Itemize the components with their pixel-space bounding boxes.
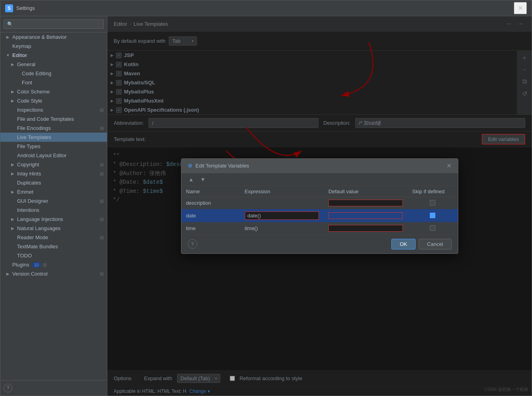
skip-checkbox-checked[interactable] — [430, 213, 435, 218]
arrow-icon: ▶ — [10, 162, 15, 168]
arrow-spacer — [10, 208, 15, 213]
skip-checkbox[interactable] — [430, 200, 435, 206]
sidebar-item-code-editing[interactable]: Code Editing — [0, 69, 107, 78]
col-header-name: Name — [181, 186, 240, 197]
sidebar-item-copyright[interactable]: ▶ Copyright ⊞ — [0, 160, 107, 169]
sidebar-item-label: Intentions — [17, 207, 39, 213]
arrow-spacer — [15, 71, 20, 76]
sidebar-tree: ▶ Appearance & Behavior Keymap ▼ Editor … — [0, 32, 107, 380]
skip-checkbox[interactable] — [430, 225, 435, 231]
dialog-footer-right: OK Cancel — [391, 239, 451, 249]
sidebar-item-plugins[interactable]: Plugins 10 ⊞ — [0, 260, 107, 269]
arrow-spacer — [10, 144, 15, 149]
table-row-selected: date — [181, 209, 458, 222]
sidebar-item-keymap[interactable]: Keymap — [0, 42, 107, 51]
var-defval-time[interactable] — [324, 222, 408, 234]
sidebar-item-version-control[interactable]: ▶ Version Control ⊞ — [0, 269, 107, 278]
var-expr-description[interactable] — [240, 197, 324, 209]
arrow-spacer — [10, 116, 15, 122]
icon-indicator: ⊞ — [100, 235, 104, 240]
arrow-icon — [5, 44, 11, 49]
sidebar-item-live-templates[interactable]: Live Templates — [0, 133, 107, 142]
sidebar-item-editor[interactable]: ▼ Editor — [0, 51, 107, 60]
dialog-footer: ? OK Cancel — [181, 234, 458, 253]
sidebar-item-font[interactable]: Font — [0, 78, 107, 87]
sidebar-item-android-layout[interactable]: Android Layout Editor — [0, 151, 107, 160]
sidebar-help-button[interactable]: ? — [4, 384, 12, 392]
dialog-title-bar: ⚙ Edit Template Variables ✕ — [181, 159, 458, 173]
var-expr-date[interactable] — [240, 209, 324, 222]
close-button[interactable]: ✕ — [514, 2, 527, 14]
sidebar-item-label: Android Layout Editor — [17, 152, 67, 158]
search-input[interactable] — [4, 19, 104, 29]
sidebar-item-label: Live Templates — [17, 134, 51, 140]
cancel-button[interactable]: Cancel — [419, 239, 451, 249]
window-title: Settings — [16, 5, 514, 11]
sidebar-item-label: GUI Designer — [17, 198, 48, 204]
arrow-icon: ▶ — [10, 89, 15, 95]
sidebar-item-reader-mode[interactable]: Reader Mode ⊞ — [0, 233, 107, 242]
arrow-spacer — [10, 198, 15, 204]
var-name-time: time — [181, 222, 240, 234]
sidebar-item-appearance[interactable]: ▶ Appearance & Behavior — [0, 32, 107, 42]
arrow-icon: ▶ — [5, 271, 11, 277]
icon-indicator: ⊞ — [100, 107, 104, 113]
arrow-icon: ▶ — [10, 62, 15, 67]
move-down-button[interactable]: ▼ — [198, 175, 208, 183]
sidebar-item-emmet[interactable]: ▶ Emmet — [0, 187, 107, 196]
sidebar-item-label: Code Style — [17, 98, 42, 104]
arrow-spacer — [10, 253, 15, 259]
var-skip-description[interactable] — [408, 197, 458, 209]
sidebar-item-file-code-templates[interactable]: File and Code Templates — [0, 114, 107, 124]
sidebar-item-intentions[interactable]: Intentions — [0, 206, 107, 215]
col-header-default-value: Default value — [324, 186, 408, 197]
dialog-toolbar: ▲ ▼ — [181, 173, 458, 186]
sidebar-item-label: Inlay Hints — [17, 171, 41, 177]
sidebar-item-natural-languages[interactable]: ▶ Natural Languages — [0, 224, 107, 233]
sidebar-item-inspections[interactable]: Inspections ⊞ — [0, 105, 107, 114]
sidebar: ▶ Appearance & Behavior Keymap ▼ Editor … — [0, 16, 107, 396]
sidebar-item-general[interactable]: ▶ General — [0, 60, 107, 69]
arrow-icon: ▶ — [10, 226, 15, 231]
sidebar-item-label: Emmet — [17, 189, 33, 195]
sidebar-item-label: Keymap — [12, 43, 31, 49]
edit-template-variables-dialog: ⚙ Edit Template Variables ✕ ▲ ▼ — [181, 158, 458, 254]
sidebar-item-file-encodings[interactable]: File Encodings ⊞ — [0, 124, 107, 133]
sidebar-item-label: File Types — [17, 143, 40, 149]
sidebar-item-todo[interactable]: TODO — [0, 251, 107, 260]
variables-table: Name Expression Default value Skip if de… — [181, 186, 458, 234]
sidebar-item-label: Plugins — [12, 262, 29, 268]
sidebar-item-file-types[interactable]: File Types — [0, 142, 107, 151]
search-box — [0, 16, 107, 32]
move-up-button[interactable]: ▲ — [186, 175, 196, 183]
sidebar-item-label: Editor — [12, 52, 27, 58]
sidebar-item-label: Copyright — [17, 162, 39, 168]
sidebar-item-inlay-hints[interactable]: ▶ Inlay Hints ⊞ — [0, 169, 107, 178]
sidebar-item-textmate-bundles[interactable]: TextMate Bundles — [0, 242, 107, 251]
var-defval-date[interactable] — [324, 209, 408, 222]
arrow-spacer — [15, 80, 20, 86]
sidebar-bottom: ? — [0, 380, 107, 396]
sidebar-item-label: File Encodings — [17, 125, 51, 131]
sidebar-item-duplicates[interactable]: Duplicates — [0, 178, 107, 187]
sidebar-item-gui-designer[interactable]: GUI Designer ⊞ — [0, 196, 107, 206]
plugins-badge: 10 — [32, 262, 41, 268]
sidebar-item-code-style[interactable]: ▶ Code Style — [0, 96, 107, 105]
var-defval-description[interactable] — [324, 197, 408, 209]
icon-indicator: ⊞ — [100, 126, 104, 131]
var-skip-date[interactable] — [408, 209, 458, 222]
sidebar-item-language-injections[interactable]: ▶ Language Injections ⊞ — [0, 215, 107, 224]
sidebar-item-label: Appearance & Behavior — [12, 34, 67, 40]
dialog-close-button[interactable]: ✕ — [446, 162, 452, 169]
sidebar-item-label: Color Scheme — [17, 89, 50, 95]
ok-button[interactable]: OK — [391, 239, 416, 249]
sidebar-item-label: Inspections — [17, 107, 43, 113]
arrow-icon: ▶ — [10, 171, 15, 177]
sidebar-item-color-scheme[interactable]: ▶ Color Scheme — [0, 87, 107, 96]
icon-indicator: ⊞ — [100, 162, 104, 168]
var-expr-time[interactable] — [240, 222, 324, 234]
var-skip-time[interactable] — [408, 222, 458, 234]
dialog-help-button[interactable]: ? — [188, 239, 197, 249]
icon-indicator: ⊞ — [43, 262, 47, 268]
sidebar-item-label: TextMate Bundles — [17, 244, 58, 249]
